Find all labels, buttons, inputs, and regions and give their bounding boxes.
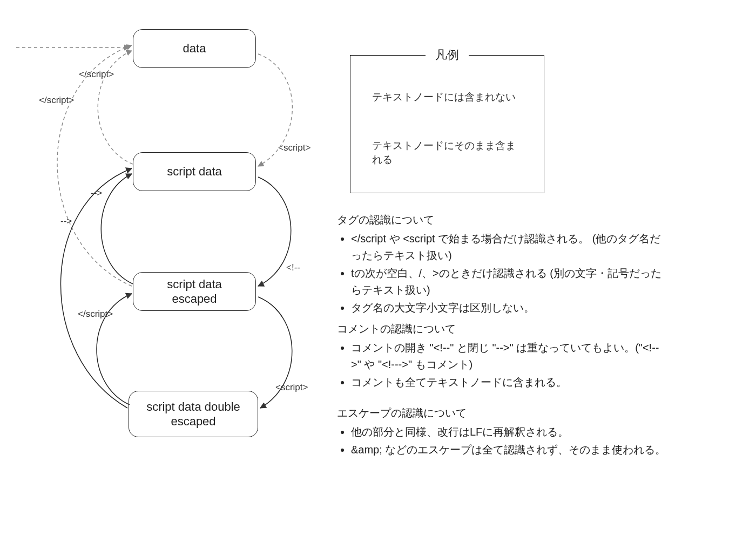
section-tag-heading: タグの認識について: [337, 212, 666, 228]
legend-not-included: テキストノードには含まれない: [372, 90, 522, 104]
section-comment-item: コメントの開き "<!--" と閉じ "-->" は重なっていてもよい。("<!…: [351, 340, 666, 373]
edge-label-close-script-3: </script>: [78, 309, 113, 320]
edge-label-close-script-2: </script>: [39, 95, 74, 106]
section-escape: エスケープの認識について 他の部分と同様、改行はLFに再解釈される。 &amp;…: [337, 405, 666, 459]
edge-label-comment-close-1: -->: [91, 188, 102, 199]
legend-included: テキストノードにそのまま含まれる: [372, 139, 522, 167]
section-comment-item: コメントも全てテキストノードに含まれる。: [351, 374, 666, 391]
section-escape-item: 他の部分と同様、改行はLFに再解釈される。: [351, 424, 666, 440]
section-tag-item: タグ名の大文字小文字は区別しない。: [351, 300, 666, 316]
section-comment-heading: コメントの認識について: [337, 321, 666, 337]
edge-label-comment-close-2: -->: [60, 216, 72, 227]
edge-label-open-script-2: <script>: [275, 382, 308, 393]
section-tag-item: tの次が空白、/、>のときだけ認識される (別の文字・記号だったらテキスト扱い): [351, 265, 666, 298]
section-escape-heading: エスケープの認識について: [337, 405, 666, 422]
state-script-data: script data: [133, 152, 256, 191]
edge-label-close-script-1: </script>: [79, 69, 114, 80]
edge-label-comment-open: <!--: [286, 262, 300, 273]
section-comment: コメントの認識について コメントの開き "<!--" と閉じ "-->" は重な…: [337, 321, 666, 392]
state-script-data-double-escaped: script data double escaped: [129, 391, 258, 437]
state-script-data-escaped: script data escaped: [133, 272, 256, 311]
state-data: data: [133, 29, 256, 68]
section-escape-item: &amp; などのエスケープは全て認識されず、そのまま使われる。: [351, 442, 666, 458]
section-tag: タグの認識について </script や <script で始まる場合だけ認識さ…: [337, 212, 666, 317]
legend-box: 凡例 テキストノードには含まれない テキストノードにそのまま含まれる: [350, 55, 544, 193]
legend-title: 凡例: [426, 47, 469, 63]
section-tag-item: </script や <script で始まる場合だけ認識される。 (他のタグ名…: [351, 230, 666, 264]
edge-label-open-script-1: <script>: [278, 142, 310, 153]
